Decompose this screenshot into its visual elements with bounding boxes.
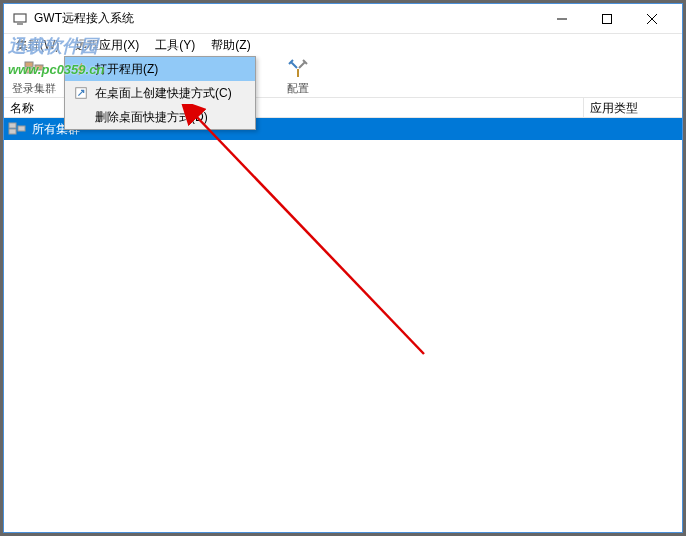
context-menu: 打开程用(Z) 在桌面上创建快捷方式(C) 删除桌面快捷方式(D) [64,56,256,130]
ctx-delete-shortcut[interactable]: 删除桌面快捷方式(D) [65,105,255,129]
ctx-create-shortcut[interactable]: 在桌面上创建快捷方式(C) [65,81,255,105]
menubar: 集群(W) 远程应用(X) 工具(Y) 帮助(Z) [4,34,682,56]
minimize-button[interactable] [539,5,584,33]
window-title: GWT远程接入系统 [34,10,539,27]
column-type[interactable]: 应用类型 [584,98,682,117]
maximize-button[interactable] [584,5,629,33]
titlebar: GWT远程接入系统 [4,4,682,34]
close-button[interactable] [629,5,674,33]
window-controls [539,5,674,33]
svg-rect-11 [18,126,25,131]
shortcut-icon [71,84,91,102]
menu-remote-app[interactable]: 远程应用(X) [67,35,147,56]
svg-rect-8 [35,65,43,70]
svg-rect-7 [25,68,33,73]
ctx-label: 在桌面上创建快捷方式(C) [95,85,232,102]
blank-icon [71,108,91,126]
app-window: GWT远程接入系统 集群(W) 远程应用(X) 工具(Y) 帮助(Z) 登录集群 [3,3,683,533]
toolbar-label: 配置 [287,81,309,96]
toolbar-login-cluster[interactable]: 登录集群 [10,58,58,96]
svg-rect-3 [602,14,611,23]
ctx-open-app[interactable]: 打开程用(Z) [65,57,255,81]
lightning-icon [71,60,91,78]
toolbar-label: 登录集群 [12,81,56,96]
app-icon [12,11,28,27]
toolbar-config[interactable]: 配置 [274,58,322,96]
servers-icon [23,58,45,80]
ctx-label: 打开程用(Z) [95,61,158,78]
svg-rect-10 [9,129,16,134]
svg-rect-0 [14,14,26,22]
tools-icon [287,58,309,80]
svg-rect-6 [25,62,33,67]
list-body: 所有集群 [4,118,682,532]
menu-cluster[interactable]: 集群(W) [8,35,67,56]
ctx-label: 删除桌面快捷方式(D) [95,109,208,126]
svg-rect-9 [9,123,16,128]
menu-tools[interactable]: 工具(Y) [147,35,203,56]
cluster-icon [8,121,26,137]
menu-help[interactable]: 帮助(Z) [203,35,258,56]
